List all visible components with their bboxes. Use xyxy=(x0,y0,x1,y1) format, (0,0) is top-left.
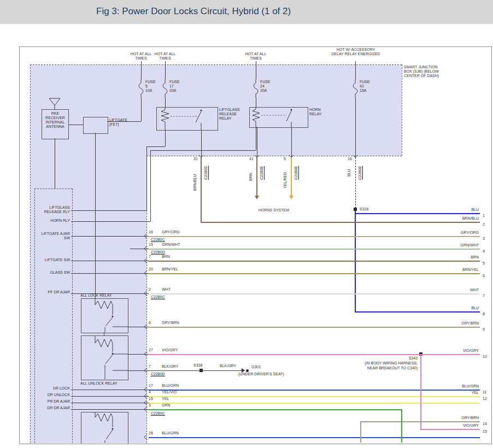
fuse-number: 41 xyxy=(360,84,370,89)
figure-title: Fig 3: Power Door Locks Circuit, Hybrid … xyxy=(96,6,291,17)
sjb-dashed-border xyxy=(30,64,402,65)
wire-color-label: GRN xyxy=(162,403,171,407)
label-pr-dr-ajar: PR DR AJAR xyxy=(37,399,70,404)
wire-grn-wht xyxy=(149,249,480,250)
wire xyxy=(256,61,256,79)
wire-vio-gry xyxy=(149,354,480,355)
connector-chevron-icon xyxy=(143,368,148,373)
wire xyxy=(141,61,142,79)
connector-label[interactable]: C2280C xyxy=(151,411,165,416)
circuit-number: 7 xyxy=(483,294,485,298)
connector-label[interactable]: C2280C xyxy=(151,295,165,299)
wire xyxy=(141,98,142,121)
wire xyxy=(146,146,165,147)
wire-color-label: BLU/GRN xyxy=(162,384,179,387)
connector-label[interactable]: C2280E xyxy=(260,159,263,180)
fuse-name: FUSE xyxy=(145,80,156,84)
wire-color-label: YEL xyxy=(162,397,169,400)
all-unlock-relay-label: ALL UNLOCK RELAY xyxy=(80,381,118,386)
wire-color-label: BRN xyxy=(162,255,170,258)
connector-label[interactable]: C2280C xyxy=(151,238,165,241)
wire-color-label: VIO/GRY xyxy=(463,349,479,352)
label-horn-rly: HORN RLY xyxy=(45,219,70,223)
module-dashed-border xyxy=(34,188,72,189)
connector-label[interactable]: C2280C xyxy=(204,159,208,180)
pin-number: 4 xyxy=(149,390,151,394)
connector-chevron-icon xyxy=(143,258,148,263)
fuse-name: FUSE xyxy=(169,80,180,84)
wire-color-label: BRN/BLU xyxy=(462,216,479,220)
horns-system-label: HORNS SYSTEM xyxy=(244,208,304,213)
label-dr-lock: DR LOCK xyxy=(45,386,70,391)
wire-color-label: GRY/ORG xyxy=(162,230,180,234)
wire-color-label: GRY/ORG xyxy=(461,231,479,234)
fuse-rating: 20A xyxy=(169,89,180,93)
circuit-number: 4 xyxy=(483,249,485,253)
wire xyxy=(355,98,356,157)
wire-color-label: BLU/GRN xyxy=(462,384,479,388)
connector-label[interactable]: C2280D xyxy=(151,250,165,254)
power-label-2: HOT AT ALL TIMES xyxy=(152,52,178,61)
wire xyxy=(355,61,356,79)
wire xyxy=(201,129,202,157)
wire xyxy=(71,409,149,410)
connector-chevron-icon xyxy=(143,233,148,239)
wire-vio-gry xyxy=(420,355,421,430)
connector-label[interactable]: C2280E xyxy=(358,159,362,180)
wire-color-label: BLU/GRN xyxy=(162,431,179,435)
liftgate-fet-box xyxy=(83,117,108,134)
wire-grn xyxy=(149,409,402,410)
connector-label[interactable]: C2280D xyxy=(151,372,165,376)
wire-color-label: BLK/GRY xyxy=(220,364,236,368)
wire-color-label: GRN/WHT xyxy=(162,243,180,246)
circuit-number: 2 xyxy=(483,222,485,226)
pin-number: 17 xyxy=(149,384,153,387)
circuit-number: 1 xyxy=(483,214,485,217)
wire-blu-grn xyxy=(149,437,480,438)
arrow-down-icon xyxy=(289,196,294,199)
wire-color-label: BRN xyxy=(249,162,253,181)
power-label-3: HOT AT ALL TIMES xyxy=(243,52,269,61)
wire xyxy=(150,150,151,221)
wire-brn-yel xyxy=(149,273,480,274)
all-lock-relay-label: ALL LOCK RELAY xyxy=(80,293,112,298)
pin-number: 16 xyxy=(149,230,153,234)
fuse-icon xyxy=(253,79,259,98)
ground-g301-label: G301 xyxy=(251,365,261,369)
fuse-number: 17 xyxy=(169,84,180,89)
wire-gry-brn xyxy=(360,421,361,443)
wire xyxy=(71,396,149,397)
fuse-rating: 10A xyxy=(145,89,156,93)
connector-chevron-icon xyxy=(143,434,148,440)
pin-number: 3 xyxy=(149,403,151,407)
wire-yel-vio xyxy=(149,396,480,397)
pin-number: 7 xyxy=(149,364,151,368)
wire-yel-red xyxy=(291,157,292,196)
pin-number: 5 xyxy=(284,157,286,161)
horn-relay-label: HORN RELAY xyxy=(309,108,327,116)
wire-brn xyxy=(149,261,480,262)
sjb-label: SMART JUNCTION BOX (SJB) (BELOW CENTER O… xyxy=(404,65,443,78)
wire-wht xyxy=(149,293,480,294)
wire-color-label: BRN/YEL xyxy=(162,267,178,271)
wire-gry-brn xyxy=(149,327,480,328)
wire xyxy=(69,125,83,125)
wire-color-label: YEL/VIO xyxy=(162,390,177,394)
pin-number: 31 xyxy=(193,157,198,161)
pin-number: 16 xyxy=(348,157,352,161)
circuit-number: 8 xyxy=(483,312,485,316)
label-dr-dr-ajar: DR DR AJAR xyxy=(36,406,70,410)
pin-number: 6 xyxy=(149,321,151,325)
wire-color-label: YEL xyxy=(472,391,479,394)
wire-blu-grn xyxy=(149,390,480,391)
relay-coil-switch-icon xyxy=(81,335,127,379)
liftglass-release-relay-label: LIFTGLASS RELEASE RELAY xyxy=(219,108,246,121)
figure-header: Fig 3: Power Door Locks Circuit, Hybrid … xyxy=(0,0,493,24)
wire-color-label: WHT xyxy=(162,287,171,291)
wire-color-label: YEL/RED xyxy=(283,162,287,188)
splice-s343-note: NEAR BREAKOUT TO C340) xyxy=(330,366,418,370)
wire-color-label: GRY/BRN xyxy=(461,416,479,420)
connector-chevron-icon xyxy=(143,291,148,296)
connector-label[interactable]: C2280E xyxy=(294,159,298,180)
relay-coil-switch-icon xyxy=(81,298,127,332)
